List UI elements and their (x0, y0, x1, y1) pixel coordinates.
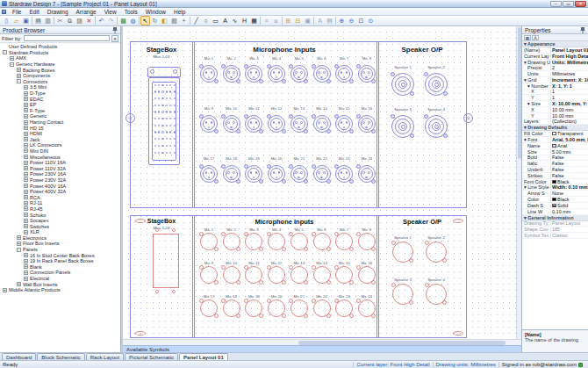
xlr-connector[interactable] (290, 115, 308, 133)
property-value[interactable]: 5.00 mm (551, 149, 588, 155)
tree-item-power-110v-32a[interactable]: +Power 110V 32A (0, 165, 120, 171)
order-icon[interactable]: ⧈ (271, 16, 281, 25)
menu-view[interactable]: View (101, 8, 120, 16)
xlr-connector[interactable] (223, 65, 240, 83)
tree-item-miscellaneous[interactable]: +Miscellaneous (0, 154, 120, 160)
property-value[interactable]: Increment: X: 10.0 (551, 77, 588, 83)
xlr-connector[interactable] (290, 165, 308, 183)
xlr-screw[interactable] (304, 247, 308, 251)
property-value[interactable]: False (551, 167, 588, 172)
cut-icon[interactable]: ✂ (55, 16, 65, 25)
horizontal-scrollbar[interactable] (123, 339, 521, 345)
xlr-connector[interactable] (358, 233, 376, 250)
tab-block-schematic[interactable]: Block Schematic (37, 353, 84, 360)
tree-expander-icon[interactable]: + (24, 97, 28, 101)
xlr-screw[interactable] (259, 280, 263, 285)
mic-label[interactable]: Mic 3 (243, 56, 264, 61)
xlr-screw[interactable] (349, 247, 354, 251)
xlr-screw[interactable] (356, 114, 361, 119)
tree-expander-icon[interactable]: + (24, 271, 28, 275)
vertical-scrollbar-thumb[interactable] (518, 27, 521, 159)
tree-item-floor-box-inserts[interactable]: +Floor Box Inserts (0, 241, 120, 247)
speakon-connector[interactable] (392, 284, 413, 305)
property-value[interactable]: Transparent (551, 131, 588, 136)
tree-item-power-230v-32a[interactable]: +Power 230V 32A (0, 177, 120, 184)
xlr-screw[interactable] (267, 64, 271, 69)
tree-expander-icon[interactable]: + (24, 213, 28, 217)
tree-expander-icon[interactable]: + (24, 114, 28, 119)
xlr-screw[interactable] (356, 164, 361, 169)
xlr-screw[interactable] (326, 314, 331, 318)
xlr-connector[interactable] (200, 165, 218, 183)
property-value[interactable]: False (551, 173, 588, 178)
tree-item-power-400v-32a[interactable]: +Power 400V 32A (0, 189, 120, 195)
xlr-screw[interactable] (244, 265, 248, 270)
xlr-screw[interactable] (334, 114, 339, 119)
property-value[interactable]: Panel Layout (551, 220, 588, 226)
mic-label[interactable]: Mic 11 (243, 106, 264, 111)
line-tool-icon[interactable]: ╱ (191, 16, 201, 25)
xlr-screw[interactable] (349, 314, 354, 318)
xlr-screw[interactable] (289, 64, 293, 69)
xlr-screw[interactable] (199, 114, 204, 119)
xlr-screw[interactable] (221, 114, 226, 119)
mic-label[interactable]: Mic 24 (356, 156, 377, 161)
tree-expander-icon[interactable]: + (24, 143, 28, 148)
xlr-connector[interactable] (358, 165, 376, 183)
text-tool-icon[interactable]: A (220, 16, 230, 25)
select-icon[interactable]: ↖ (140, 16, 150, 25)
tree-item-connectors[interactable]: -Connectors (0, 79, 120, 85)
speaker-section-title[interactable]: Speaker O/P (379, 218, 465, 226)
menu-edit[interactable]: Edit (25, 8, 42, 16)
tree-expander-icon[interactable]: - (17, 248, 21, 252)
tree-expander-icon[interactable]: + (24, 206, 28, 211)
xlr-screw[interactable] (199, 164, 204, 169)
tree-expander-icon[interactable]: + (24, 195, 28, 199)
tree-expander-icon[interactable]: + (24, 190, 28, 194)
tree-item-mini-din[interactable]: +Mini DIN (0, 148, 120, 155)
xlr-screw[interactable] (326, 179, 331, 184)
xlr-connector[interactable] (313, 165, 331, 183)
menu-file[interactable]: File (9, 8, 25, 16)
xlr-screw[interactable] (199, 232, 204, 236)
tab-pictorial-schematic[interactable]: Pictorial Schematic (125, 353, 178, 360)
maximize-button[interactable]: ▭ (563, 1, 574, 7)
xlr-screw[interactable] (356, 64, 361, 69)
speaker-label[interactable]: Speaker 3 (389, 107, 417, 112)
xlr-screw[interactable] (312, 299, 316, 303)
tree-expander-icon[interactable]: + (24, 253, 28, 257)
property-value[interactable]: Black (551, 197, 588, 202)
xlr-screw[interactable] (282, 314, 286, 318)
tree-expander-icon[interactable]: + (24, 201, 28, 206)
ellipse-tool-icon[interactable]: ○ (201, 16, 211, 25)
menu-tools[interactable]: Tools (121, 8, 141, 16)
tab-dashboard[interactable]: Dashboard (2, 353, 36, 360)
speakon-screw[interactable] (443, 133, 448, 138)
xlr-screw[interactable] (282, 79, 286, 83)
copy-icon[interactable]: ⧉ (65, 16, 75, 25)
mic-label[interactable]: Mic 4 (266, 56, 287, 61)
xlr-screw[interactable] (259, 79, 263, 83)
property-value[interactable]: Front High Detail (551, 54, 588, 59)
rotate-icon[interactable]: ↻ (150, 16, 160, 25)
xlr-screw[interactable] (236, 79, 240, 83)
xlr-connector[interactable] (335, 299, 353, 317)
xlr-connector[interactable] (200, 115, 218, 133)
speakon-screw[interactable] (409, 300, 413, 305)
xlr-connector[interactable] (268, 233, 285, 250)
tree-expander-icon[interactable]: + (24, 85, 28, 90)
zoom-out-icon[interactable]: ⊖ (347, 16, 356, 25)
tree-expander-icon[interactable]: + (24, 108, 28, 112)
xlr-screw[interactable] (289, 265, 293, 270)
pin-icon[interactable] (580, 27, 585, 33)
property-value[interactable]: (Collection) (551, 119, 588, 124)
xlr-screw[interactable] (289, 299, 293, 303)
xlr-screw[interactable] (214, 280, 219, 285)
xlr-connector[interactable] (313, 115, 331, 133)
tree-item-panels[interactable]: -Panels (0, 247, 120, 253)
xlr-connector[interactable] (290, 233, 308, 250)
xlr-screw[interactable] (267, 299, 271, 303)
xlr-screw[interactable] (221, 265, 226, 270)
paste-icon[interactable]: ▨ (75, 16, 84, 25)
vertical-scrollbar[interactable] (516, 26, 521, 339)
